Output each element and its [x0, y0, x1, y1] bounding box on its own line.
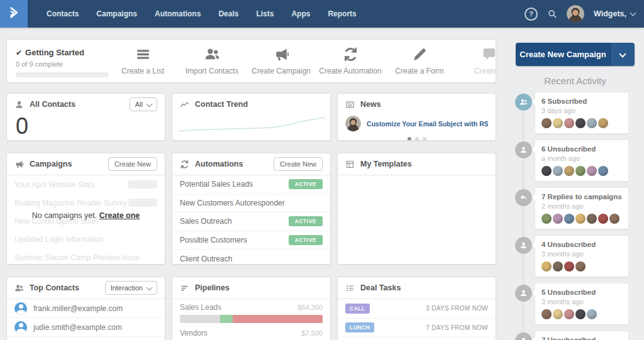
activity-avatar [541, 166, 552, 176]
news-dot[interactable] [408, 137, 411, 141]
activity-avatars [541, 261, 622, 271]
action-label: Create a [454, 67, 496, 75]
all-contacts-filter-dropdown[interactable]: All [130, 97, 157, 111]
activity-avatar [564, 214, 574, 224]
automations-list: Potential Sales Leads ACTIVE New Custome… [172, 175, 330, 265]
activity-title: 7 Unsubscribed [541, 336, 622, 340]
activity-avatar [564, 166, 574, 176]
pipeline-icon [180, 283, 189, 293]
activity-avatars [541, 309, 622, 319]
action-label: Create a List [108, 67, 177, 75]
activity-card: 4 Unsubscribed 3 months ago [535, 235, 629, 277]
activity-avatars [541, 214, 622, 224]
user-avatar[interactable] [567, 5, 584, 23]
activity-item[interactable]: 5 Unsubscribed 3 months ago [515, 283, 641, 325]
campaign-ghost-row: Boating Magazine Reader Survey [7, 194, 165, 212]
nav-right: ? Widgets, [525, 5, 644, 23]
activity-avatar [564, 261, 574, 271]
pipeline-bar [180, 315, 323, 323]
nav-item[interactable]: Deals [209, 0, 247, 28]
pencil-icon [385, 45, 454, 62]
pipeline-name: Vendors [180, 329, 208, 337]
chevron-down-icon [619, 50, 626, 57]
campaigns-create-new-button[interactable]: Create New [108, 157, 157, 171]
automation-row[interactable]: Potential Sales Leads ACTIVE [172, 175, 330, 194]
task-type-badge: CALL [345, 304, 370, 314]
activity-marker-icon [515, 141, 532, 158]
getting-started-action[interactable]: Create a List [108, 45, 177, 75]
contact-row[interactable]: judie.smith@example.com [7, 318, 165, 337]
automation-row[interactable]: Client Outreach [172, 250, 330, 265]
contact-row[interactable]: jack.jones@example.com [7, 337, 165, 340]
pipeline-row[interactable]: Vendors $7,500 [180, 329, 323, 340]
deal-task-row[interactable]: EMAIL 3 DAYS FROM NOW [338, 337, 496, 340]
activity-card: 5 Unsubscribed 3 months ago [535, 283, 629, 325]
campaign-ghost-row: Your April Website Stats [7, 175, 165, 194]
help-icon[interactable]: ? [525, 8, 538, 21]
activity-card: 7 Unsubscribed 4 months ago [535, 331, 629, 340]
automation-status-badge: ACTIVE [289, 179, 323, 189]
news-dot[interactable] [415, 137, 419, 141]
activity-marker-icon [515, 189, 532, 206]
activity-item[interactable]: 6 Subscribed 3 days ago [515, 92, 641, 134]
activity-avatar [553, 261, 563, 271]
activity-item[interactable]: 6 Unsubscribed a month ago [515, 140, 641, 182]
campaign-ghost-label: Boating Magazine Reader Survey [14, 199, 127, 207]
deal-task-row[interactable]: LUNCH 7 DAYS FROM NOW [338, 319, 496, 338]
nav-item[interactable]: Lists [247, 0, 282, 28]
recent-activity-heading: Recent Activity [516, 75, 635, 86]
nav-item[interactable]: Contacts [38, 0, 87, 28]
activity-time: 3 months ago [541, 298, 622, 305]
pipeline-row[interactable]: Sales Leads $64,350 [180, 303, 323, 323]
top-contacts-panel: Top Contacts Interaction frank.miller@ex… [6, 277, 165, 340]
user-menu[interactable]: Widgets, [594, 9, 635, 18]
nav-item[interactable]: Automations [146, 0, 209, 28]
automation-row[interactable]: New Customers Autoresponder [172, 194, 330, 213]
nav-item[interactable]: Apps [282, 0, 319, 28]
getting-started-progress-bar [16, 72, 109, 77]
getting-started-action[interactable]: Create a Form [385, 45, 454, 75]
checklist-icon [345, 283, 355, 293]
activity-avatar [553, 118, 563, 128]
search-icon[interactable] [547, 9, 557, 19]
news-headline-link[interactable]: Customize Your Email Subject with RSS Co… [367, 120, 488, 128]
automation-row[interactable]: Possible Customers ACTIVE [172, 231, 330, 250]
activity-avatar [553, 214, 563, 224]
campaigns-ghost-list: Your April Website Stats Boating Magazin… [7, 175, 165, 265]
activity-item[interactable]: 4 Unsubscribed 3 months ago [515, 235, 641, 277]
activity-avatar [541, 309, 552, 319]
automations-create-new-button[interactable]: Create New [274, 157, 323, 171]
campaigns-create-one-link[interactable]: Create one [99, 211, 140, 220]
deal-tasks-title: Deal Tasks [360, 283, 401, 292]
getting-started-action[interactable]: Create a [454, 45, 496, 75]
pipeline-name: Sales Leads [180, 303, 221, 312]
activity-item[interactable]: 7 Replies to campaigns 2 months ago [515, 187, 641, 229]
create-new-campaign-button[interactable]: Create New Campaign [516, 43, 610, 66]
getting-started-action[interactable]: Import Contacts [177, 45, 247, 75]
my-templates-title: My Templates [360, 160, 412, 168]
all-contacts-panel: All Contacts All 0 [6, 93, 165, 141]
activity-title: 7 Replies to campaigns [541, 193, 622, 200]
chevron-down-icon [147, 284, 153, 290]
create-campaign-dropdown-toggle[interactable] [610, 43, 635, 66]
getting-started-action[interactable]: Create Campaign [247, 45, 316, 75]
activity-avatar [575, 214, 586, 224]
people-icon [177, 45, 247, 62]
activity-title: 6 Unsubscribed [541, 145, 622, 153]
deal-task-row[interactable]: CALL 3 DAYS FROM NOW [338, 299, 496, 319]
nav-item[interactable]: Reports [319, 0, 365, 28]
activity-item[interactable]: 7 Unsubscribed 4 months ago [515, 331, 641, 340]
automation-name: Sales Outreach [180, 217, 232, 226]
automation-row[interactable]: Sales Outreach ACTIVE [172, 212, 330, 231]
activity-avatar [598, 166, 608, 176]
nav-item[interactable]: Campaigns [87, 0, 146, 28]
getting-started-action[interactable]: Create Automation [316, 45, 385, 75]
app-logo[interactable] [0, 0, 28, 28]
top-contacts-filter-dropdown[interactable]: Interaction [105, 281, 157, 295]
activity-title: 4 Unsubscribed [541, 241, 622, 248]
activity-avatar [553, 166, 563, 176]
activity-marker-icon [515, 332, 532, 340]
news-dot[interactable] [423, 137, 426, 141]
activity-marker-icon [515, 94, 532, 111]
contact-row[interactable]: frank.miller@example.com [7, 299, 165, 318]
